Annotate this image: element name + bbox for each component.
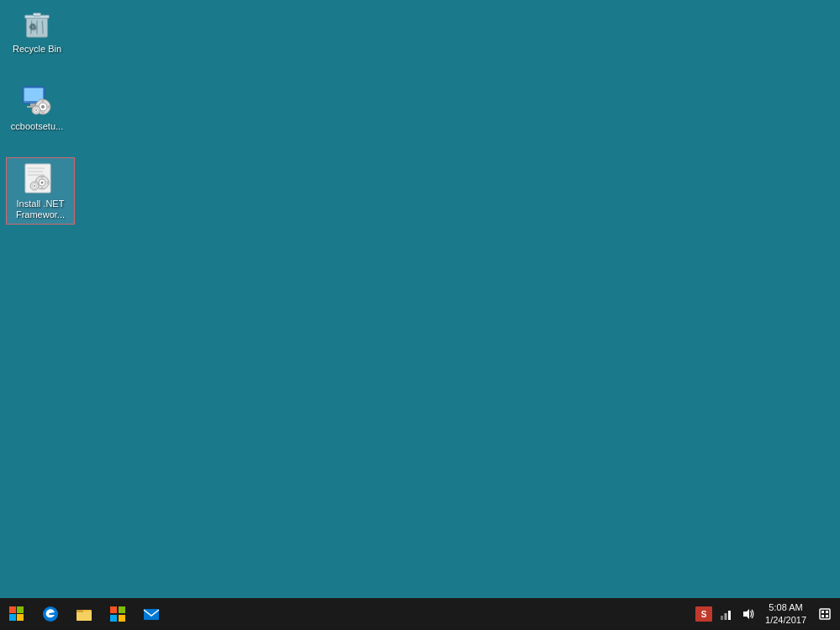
notification-center-button[interactable] [813,598,837,630]
ccbootsetup-icon[interactable]: ccbootsetu... [3,81,71,135]
svg-rect-45 [110,615,117,622]
svg-rect-46 [119,615,125,622]
svg-rect-28 [41,176,44,178]
svg-marker-51 [743,609,749,619]
svg-rect-56 [826,615,828,617]
svg-rect-29 [41,188,44,190]
svg-rect-47 [144,609,159,620]
install-dotnet-icon[interactable]: Install .NET Framewor... [7,158,74,224]
svg-rect-42 [77,610,83,612]
install-dotnet-image [24,161,57,195]
svg-rect-17 [48,106,50,109]
install-dotnet-label: Install .NET Framewor... [10,199,71,220]
svg-point-39 [43,606,58,622]
svg-rect-43 [110,606,117,613]
svg-line-5 [42,20,43,34]
svg-rect-50 [728,611,731,620]
desktop: ♻ Recycle Bin [0,0,840,598]
taskbar: S 5:08 AM 1/24/2017 [0,598,840,630]
ccbootsetup-image [20,84,54,118]
svg-rect-53 [822,611,824,613]
svg-rect-44 [119,606,125,613]
taskbar-mail-icon[interactable] [135,598,168,630]
svg-rect-15 [42,112,45,114]
taskbar-explorer-icon[interactable] [67,598,101,630]
svg-rect-23 [28,171,43,172]
recycle-bin-image: ♻ [20,7,54,40]
svg-rect-38 [17,614,24,621]
svg-rect-48 [721,616,723,620]
svg-point-27 [41,182,44,184]
system-tray: S 5:08 AM 1/24/2017 [689,598,840,630]
svg-rect-52 [820,609,830,619]
svg-rect-9 [30,103,35,106]
start-button[interactable] [0,598,34,630]
svg-point-13 [41,105,45,109]
svg-rect-54 [826,611,828,613]
svg-rect-22 [28,167,45,169]
svg-rect-2 [34,13,41,16]
tray-network-icon[interactable] [715,598,737,630]
clock-date: 1/24/2017 [765,614,806,627]
svg-rect-8 [24,88,43,101]
svg-rect-31 [47,182,50,184]
svg-rect-49 [725,613,727,620]
svg-point-34 [34,185,35,187]
recycle-bin-icon[interactable]: ♻ Recycle Bin [3,3,71,58]
clock-time: 5:08 AM [769,601,802,614]
svg-point-20 [35,109,37,111]
svg-rect-35 [9,606,16,613]
svg-rect-41 [77,611,92,621]
clock-area[interactable]: 5:08 AM 1/24/2017 [758,598,813,630]
taskbar-edge-icon[interactable] [34,598,67,630]
taskbar-store-icon[interactable] [101,598,135,630]
symantec-badge: S [695,606,712,622]
tray-volume-icon[interactable] [737,598,758,630]
svg-rect-14 [42,99,45,102]
svg-rect-37 [9,614,16,621]
tray-symantec-icon[interactable]: S [693,598,715,630]
svg-rect-36 [17,606,24,613]
svg-text:♻: ♻ [29,22,36,31]
recycle-bin-label: Recycle Bin [13,44,61,55]
svg-rect-55 [822,615,824,617]
ccbootsetup-label: ccbootsetu... [11,121,63,132]
